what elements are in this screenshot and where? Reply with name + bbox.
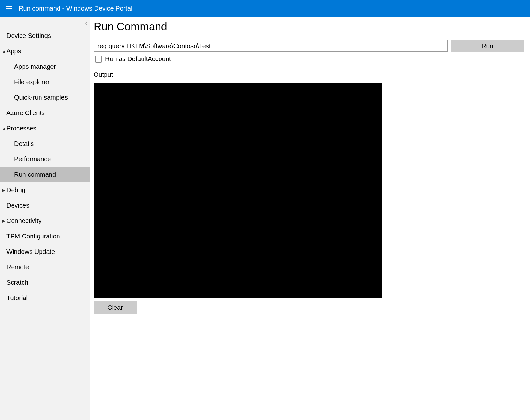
sidebar-item-quick-run-samples[interactable]: Quick-run samples [0, 90, 90, 105]
sidebar-item-label: Remote [6, 264, 29, 271]
sidebar-item-performance[interactable]: Performance [0, 151, 90, 167]
sidebar-item-label: Scratch [6, 279, 28, 286]
sidebar-item-label: Apps [6, 48, 21, 55]
sidebar-item-tpm-configuration[interactable]: TPM Configuration [0, 228, 90, 244]
sidebar-item-remote[interactable]: Remote [0, 259, 90, 275]
app-header: Run command - Windows Device Portal [0, 0, 530, 17]
main-content: Run Command Run Run as DefaultAccount Ou… [90, 17, 530, 420]
run-as-default-checkbox[interactable] [95, 56, 102, 63]
sidebar-item-label: Details [14, 140, 34, 147]
sidebar-item-label: TPM Configuration [6, 233, 60, 240]
sidebar-item-scratch[interactable]: Scratch [0, 275, 90, 290]
sidebar-item-tutorial[interactable]: Tutorial [0, 290, 90, 306]
sidebar-item-label: Device Settings [6, 32, 51, 40]
sidebar-item-devices[interactable]: Devices [0, 198, 90, 213]
sidebar-item-label: Processes [6, 125, 36, 132]
sidebar-item-label: Quick-run samples [14, 94, 68, 101]
sidebar-item-file-explorer[interactable]: File explorer [0, 74, 90, 90]
sidebar-item-label: Azure Clients [6, 109, 45, 117]
sidebar-item-details[interactable]: Details [0, 136, 90, 151]
sidebar-item-label: Tutorial [6, 294, 28, 302]
run-button[interactable]: Run [451, 40, 524, 52]
sidebar-item-label: File explorer [14, 78, 50, 86]
sidebar-item-windows-update[interactable]: Windows Update [0, 244, 90, 259]
sidebar-item-label: Performance [14, 156, 51, 163]
sidebar-item-apps-manager[interactable]: Apps manager [0, 59, 90, 74]
sidebar-item-label: Devices [6, 202, 29, 209]
header-title: Run command - Windows Device Portal [19, 5, 132, 12]
caret-right-icon: ▶ [2, 188, 6, 192]
caret-up-icon: ▲ [2, 49, 6, 53]
sidebar-item-processes[interactable]: ▲Processes [0, 121, 90, 136]
caret-up-icon: ▲ [2, 126, 6, 130]
sidebar-item-label: Connectivity [6, 217, 41, 225]
sidebar-item-azure-clients[interactable]: Azure Clients [0, 105, 90, 121]
sidebar-item-debug[interactable]: ▶Debug [0, 182, 90, 198]
page-title: Run Command [94, 20, 524, 33]
sidebar-item-label: Run command [14, 171, 56, 178]
clear-button[interactable]: Clear [94, 301, 137, 314]
output-label: Output [94, 71, 524, 78]
output-terminal[interactable] [94, 83, 382, 298]
sidebar-item-run-command[interactable]: Run command [0, 167, 90, 182]
sidebar-item-label: Windows Update [6, 248, 55, 255]
sidebar-item-connectivity[interactable]: ▶Connectivity [0, 213, 90, 228]
caret-right-icon: ▶ [2, 219, 6, 223]
command-input[interactable] [94, 40, 448, 52]
sidebar-item-label: Debug [6, 186, 25, 194]
sidebar-item-apps[interactable]: ▲Apps [0, 43, 90, 59]
sidebar-item-label: Apps manager [14, 63, 56, 70]
run-as-default-label[interactable]: Run as DefaultAccount [105, 55, 171, 63]
hamburger-menu-icon[interactable] [5, 4, 14, 13]
sidebar: ‹ Device Settings▲AppsApps managerFile e… [0, 17, 90, 420]
collapse-sidebar-icon[interactable]: ‹ [85, 20, 87, 27]
sidebar-item-device-settings[interactable]: Device Settings [0, 28, 90, 43]
